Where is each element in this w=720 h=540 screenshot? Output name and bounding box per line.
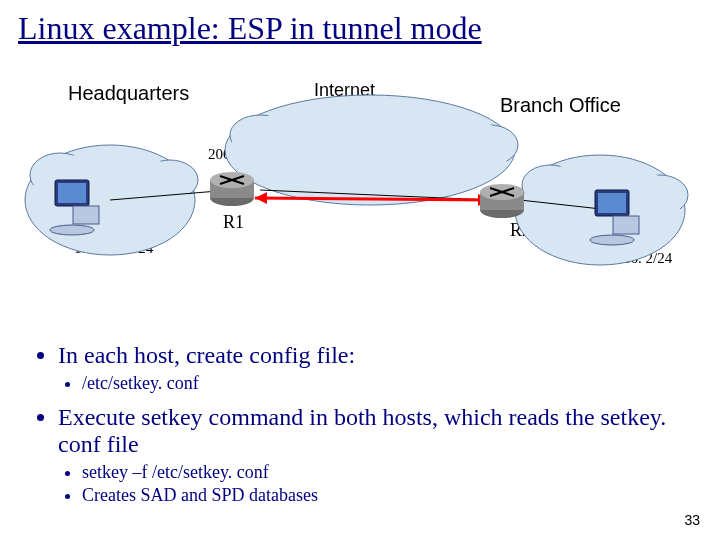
- bullet-2-text: Execute setkey command in both hosts, wh…: [58, 404, 666, 457]
- svg-point-21: [50, 225, 94, 235]
- svg-rect-19: [58, 183, 86, 203]
- svg-marker-17: [255, 192, 267, 204]
- bullet-1: In each host, create config file: /etc/s…: [58, 342, 690, 394]
- svg-point-25: [590, 235, 634, 245]
- bullet-2-1: setkey –f /etc/setkey. conf: [82, 462, 690, 483]
- router-r2-icon: [480, 184, 524, 218]
- slide: Linux example: ESP in tunnel mode Headqu…: [0, 0, 720, 540]
- network-diagram: [0, 0, 720, 320]
- svg-rect-24: [613, 216, 639, 234]
- svg-rect-23: [598, 193, 626, 213]
- svg-line-15: [255, 198, 490, 200]
- svg-rect-20: [73, 206, 99, 224]
- svg-point-7: [230, 100, 510, 200]
- bullet-2: Execute setkey command in both hosts, wh…: [58, 404, 690, 506]
- cloud-internet: [225, 95, 518, 205]
- bullet-1-text: In each host, create config file:: [58, 342, 355, 368]
- page-number: 33: [684, 512, 700, 528]
- bullet-1-1: /etc/setkey. conf: [82, 373, 690, 394]
- router-r1-icon: [210, 172, 254, 206]
- bullet-list: In each host, create config file: /etc/s…: [30, 340, 690, 516]
- bullet-2-2: Creates SAD and SPD databases: [82, 485, 690, 506]
